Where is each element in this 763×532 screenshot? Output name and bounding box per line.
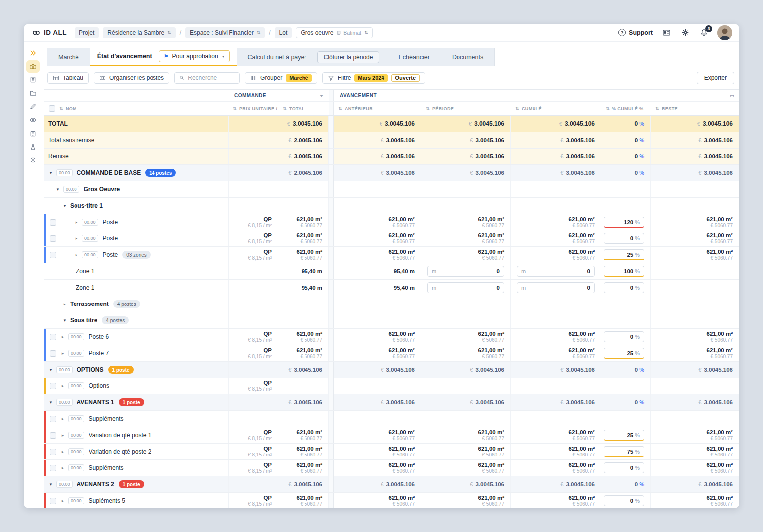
row-checkbox[interactable]: [50, 350, 56, 357]
select-all-checkbox[interactable]: [49, 105, 55, 112]
collapse-row-icon[interactable]: ▾: [55, 187, 60, 192]
tab-echeancier[interactable]: Echéancier: [387, 48, 441, 66]
table-row[interactable]: Remise€3.0045.106€3.0045.106€3.0045.106€…: [44, 149, 739, 165]
collapse-row-icon[interactable]: ▾: [62, 203, 67, 208]
row-checkbox[interactable]: [50, 416, 56, 422]
expand-row-icon[interactable]: ▸: [60, 351, 65, 356]
pct-input[interactable]: 120%: [604, 217, 644, 228]
filtre-chip-periode[interactable]: Mars 2024: [354, 74, 387, 82]
table-row[interactable]: ▸00.00Suppléments: [44, 411, 739, 427]
sort-icon[interactable]: ⇅: [59, 106, 63, 111]
table-row[interactable]: ▾00.00AVENANTS 21 poste€3.0045.106€3.004…: [44, 476, 739, 493]
row-checkbox[interactable]: [50, 219, 56, 226]
expand-row-icon[interactable]: ▸: [74, 236, 79, 241]
expand-sidebar-icon[interactable]: [26, 47, 40, 59]
tab-marche[interactable]: Marché: [47, 48, 90, 66]
pct-input[interactable]: 25%: [604, 249, 644, 260]
tasks-icon[interactable]: [26, 127, 40, 140]
table-row[interactable]: ▸00.00PosteQP€ 8,15 / m²621,00 m²€ 5060.…: [44, 230, 739, 247]
table-row[interactable]: ▸00.00Variation de qté poste 1QP€ 8,15 /…: [44, 427, 739, 444]
expand-row-icon[interactable]: ▸: [60, 449, 65, 454]
notifications-icon[interactable]: 3: [698, 27, 709, 38]
row-checkbox[interactable]: [50, 235, 56, 242]
tab-calcul-net[interactable]: Calcul du net à payer: [237, 48, 317, 66]
folder-icon[interactable]: [26, 87, 40, 99]
collapse-row-icon[interactable]: ▾: [62, 318, 67, 323]
collapse-row-icon[interactable]: ▾: [48, 482, 53, 487]
tableau-view-button[interactable]: Tableau: [47, 72, 89, 84]
pct-input[interactable]: 0%: [604, 233, 644, 244]
row-checkbox[interactable]: [50, 449, 56, 455]
measure-input[interactable]: m0: [517, 266, 595, 277]
table-row[interactable]: ▾Sous titre4 postes: [44, 312, 739, 329]
sort-icon[interactable]: ⇅: [426, 106, 430, 111]
collapse-columns-icon[interactable]: ▸◂: [730, 93, 733, 98]
row-checkbox[interactable]: [50, 465, 56, 471]
avatar[interactable]: [717, 25, 732, 40]
pct-input[interactable]: 25%: [604, 348, 644, 359]
table-row[interactable]: Total sans remise€2.0045.106€3.0045.106€…: [44, 132, 739, 149]
pct-input[interactable]: 75%: [604, 446, 644, 457]
expand-row-icon[interactable]: ▸: [60, 498, 65, 503]
table-row[interactable]: ▸00.00Poste03 zonesQP€ 8,15 / m²621,00 m…: [44, 247, 739, 263]
approbation-dropdown[interactable]: ⚑ Pour approbation ▼: [159, 50, 230, 62]
filtre-chip-statut[interactable]: Ouverte: [391, 74, 420, 82]
expand-row-icon[interactable]: ▸: [74, 220, 79, 225]
expand-row-icon[interactable]: ▸: [60, 383, 65, 388]
project-select[interactable]: Résidence la Sambre ⇅: [103, 27, 175, 38]
table-row[interactable]: ▾00.00COMMANDE DE BASE14 postes€2.0045.1…: [44, 165, 739, 181]
settings-sidebar-icon[interactable]: [26, 154, 40, 166]
filtre-button[interactable]: Filtre Mars 2024 Ouverte: [322, 72, 425, 84]
home-icon[interactable]: [26, 60, 40, 73]
exporter-button[interactable]: Exporter: [697, 72, 734, 84]
organiser-postes-button[interactable]: Organiser les postes: [94, 72, 169, 84]
collapse-row-icon[interactable]: ▾: [48, 170, 53, 175]
pct-input[interactable]: 100%: [604, 266, 644, 277]
table-row[interactable]: ▾Sous-titre 1: [44, 198, 739, 214]
table-row[interactable]: ▾00.00OPTIONS1 poste€3.0045.106€3.0045.1…: [44, 362, 739, 378]
measure-input[interactable]: m0: [427, 266, 504, 277]
lot-select[interactable]: Gros oeuvre Batimat ⇅: [296, 27, 373, 38]
grouper-button[interactable]: Grouper Marché: [245, 72, 317, 84]
table-row[interactable]: Zone 195,40 m95,40 mm0m0100%: [44, 263, 739, 280]
row-checkbox[interactable]: [50, 432, 56, 439]
row-checkbox[interactable]: [50, 252, 56, 258]
sort-icon[interactable]: ⇅: [338, 106, 342, 111]
table-row[interactable]: ▸00.00Variation de qté poste 2QP€ 8,15 /…: [44, 444, 739, 460]
sort-icon[interactable]: ⇅: [515, 106, 519, 111]
pct-input[interactable]: 0%: [604, 331, 644, 342]
sort-icon[interactable]: ⇅: [606, 106, 610, 111]
expand-row-icon[interactable]: ▸: [74, 252, 79, 257]
table-row[interactable]: ▸00.00Poste 7QP€ 8,15 / m²621,00 m²€ 506…: [44, 345, 739, 362]
tab-etat-avancement[interactable]: État d'avancement: [90, 48, 159, 65]
table-row[interactable]: ▸00.00Supléments 5QP€ 8,15 / m²621,00 m²…: [44, 493, 739, 508]
expand-row-icon[interactable]: ▸: [62, 302, 67, 306]
pct-input[interactable]: 0%: [604, 495, 644, 506]
table-row[interactable]: Zone 195,40 m95,40 mm0m00%: [44, 280, 739, 296]
tab-documents[interactable]: Documents: [441, 48, 494, 66]
expand-row-icon[interactable]: ▸: [60, 433, 65, 438]
sort-icon[interactable]: ⇅: [283, 106, 287, 111]
sort-icon[interactable]: ⇅: [655, 106, 659, 111]
search-input[interactable]: [188, 75, 235, 81]
expand-row-icon[interactable]: ▸: [60, 465, 65, 470]
table-row[interactable]: ▸Terrassement4 postes: [44, 296, 739, 312]
pct-input[interactable]: 0%: [604, 282, 644, 293]
pct-input[interactable]: 0%: [604, 462, 644, 473]
visibility-icon[interactable]: [26, 114, 40, 126]
settings-icon[interactable]: [680, 27, 690, 38]
cloturer-periode-button[interactable]: Clôturer la période: [317, 51, 380, 63]
row-checkbox[interactable]: [50, 383, 56, 389]
table-row[interactable]: ▸00.00OptionsQP€ 8,15 / m²: [44, 378, 739, 394]
row-checkbox[interactable]: [50, 498, 56, 504]
grouper-chip[interactable]: Marché: [286, 74, 312, 82]
pct-input[interactable]: 25%: [604, 430, 644, 441]
expand-row-icon[interactable]: ▸: [60, 334, 65, 339]
table-row[interactable]: ▸00.00SupplémentsQP€ 8,15 / m²621,00 m²€…: [44, 460, 739, 476]
expand-row-icon[interactable]: ▸: [60, 416, 65, 421]
signature-icon[interactable]: [26, 100, 40, 113]
table-row[interactable]: ▸00.00PosteQP€ 8,15 / m²621,00 m²€ 5060.…: [44, 214, 739, 230]
collapse-row-icon[interactable]: ▾: [48, 367, 53, 372]
expand-columns-icon[interactable]: ◂▸: [320, 93, 323, 98]
collapse-row-icon[interactable]: ▾: [48, 400, 53, 405]
